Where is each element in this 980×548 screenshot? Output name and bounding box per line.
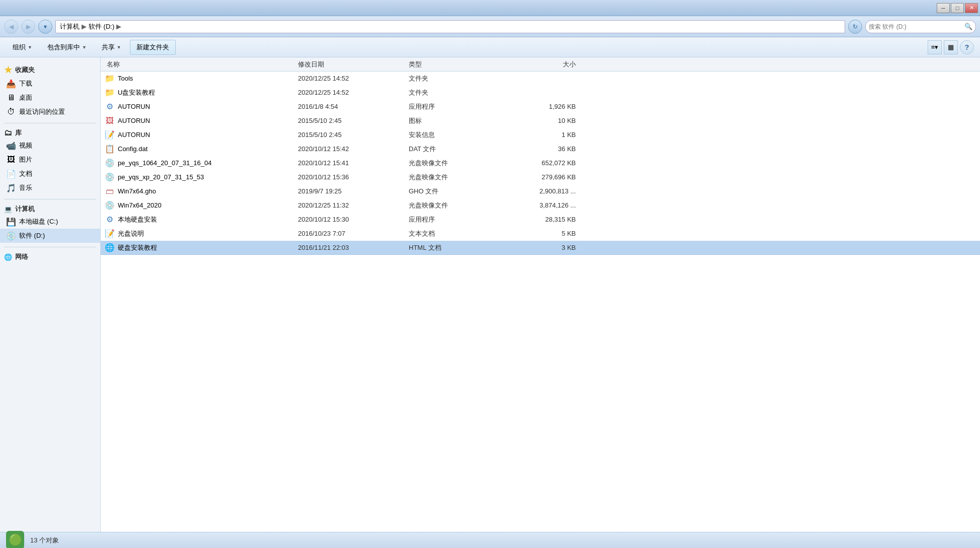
sidebar-item-image[interactable]: 🖼 图片 xyxy=(0,153,100,167)
table-row[interactable]: 🗃 Win7x64.gho 2019/9/7 19:25 GHO 文件 2,90… xyxy=(101,184,980,198)
file-name: pe_yqs_1064_20_07_31_16_04 xyxy=(118,159,212,167)
file-name: pe_yqs_xp_20_07_31_15_53 xyxy=(118,173,204,181)
view-options-button[interactable]: ≡▾ xyxy=(928,40,942,54)
close-button[interactable]: ✕ xyxy=(965,3,978,13)
sidebar-item-disk-d-label: 软件 (D:) xyxy=(19,231,45,240)
computer-icon: 💻 xyxy=(4,206,12,213)
table-row[interactable]: 📁 Tools 2020/12/25 14:52 文件夹 xyxy=(101,72,980,86)
divider-2 xyxy=(4,199,96,199)
table-row[interactable]: ⚙ AUTORUN 2016/1/8 4:54 应用程序 1,926 KB xyxy=(101,100,980,114)
file-name: Config.dat xyxy=(118,145,147,153)
col-header-size[interactable]: 大小 xyxy=(497,60,578,69)
include-arrow: ▼ xyxy=(82,45,87,50)
file-type: 应用程序 xyxy=(407,102,497,111)
computer-header[interactable]: 💻 计算机 xyxy=(0,201,100,215)
table-row[interactable]: 💿 pe_yqs_xp_20_07_31_15_53 2020/10/12 15… xyxy=(101,170,980,184)
sidebar-item-video-label: 视频 xyxy=(19,141,32,150)
file-date: 2020/10/12 15:36 xyxy=(296,173,407,181)
recent-button[interactable]: ▾ xyxy=(38,20,52,34)
table-row[interactable]: 🌐 硬盘安装教程 2016/11/21 22:03 HTML 文档 3 KB xyxy=(101,241,980,255)
file-name: 光盘说明 xyxy=(118,229,144,238)
file-icon: 📝 xyxy=(105,229,115,239)
table-row[interactable]: 📝 AUTORUN 2015/5/10 2:45 安装信息 1 KB xyxy=(101,128,980,142)
file-size: 2,900,813 ... xyxy=(497,187,578,195)
file-date: 2020/10/12 15:30 xyxy=(296,216,407,223)
back-button[interactable]: ◀ xyxy=(4,20,18,34)
breadcrumb-drive[interactable]: 软件 (D:) xyxy=(89,22,114,31)
sidebar-item-desktop[interactable]: 🖥 桌面 xyxy=(0,91,100,105)
file-name-cell: 📁 U盘安装教程 xyxy=(105,88,296,98)
table-row[interactable]: 📋 Config.dat 2020/10/12 15:42 DAT 文件 36 … xyxy=(101,142,980,156)
table-row[interactable]: 📝 光盘说明 2016/10/23 7:07 文本文档 5 KB xyxy=(101,227,980,241)
new-folder-button[interactable]: 新建文件夹 xyxy=(130,40,176,55)
table-row[interactable]: ⚙ 本地硬盘安装 2020/10/12 15:30 应用程序 28,315 KB xyxy=(101,213,980,227)
favorites-icon: ★ xyxy=(4,64,12,76)
sidebar-item-music[interactable]: 🎵 音乐 xyxy=(0,181,100,195)
file-name: 本地硬盘安装 xyxy=(118,215,157,224)
table-row[interactable]: 💿 pe_yqs_1064_20_07_31_16_04 2020/10/12 … xyxy=(101,156,980,170)
breadcrumb-end: ▶ xyxy=(116,23,121,30)
file-type: 文本文档 xyxy=(407,229,497,238)
library-header[interactable]: 🗂 库 xyxy=(0,125,100,139)
minimize-button[interactable]: ─ xyxy=(937,3,950,13)
file-icon: 💿 xyxy=(105,200,115,211)
search-input[interactable] xyxy=(869,23,964,30)
organize-button[interactable]: 组织 ▼ xyxy=(6,40,39,55)
file-icon: 🌐 xyxy=(105,243,115,253)
file-name: Tools xyxy=(118,75,133,82)
breadcrumb[interactable]: 计算机 ▶ 软件 (D:) ▶ xyxy=(55,20,845,33)
file-type: HTML 文档 xyxy=(407,243,497,252)
refresh-button[interactable]: ↻ xyxy=(848,20,862,34)
breadcrumb-sep1: ▶ xyxy=(82,23,87,30)
video-icon: 📹 xyxy=(6,141,16,151)
help-button[interactable]: ? xyxy=(960,40,974,54)
sidebar-item-download[interactable]: 📥 下载 xyxy=(0,77,100,91)
breadcrumb-computer[interactable]: 计算机 xyxy=(60,22,80,31)
search-bar[interactable]: 🔍 xyxy=(865,20,976,33)
maximize-button[interactable]: □ xyxy=(951,3,964,13)
file-date: 2020/12/25 14:52 xyxy=(296,75,407,82)
file-date: 2020/12/25 14:52 xyxy=(296,89,407,96)
divider-3 xyxy=(4,247,96,247)
favorites-header[interactable]: ★ 收藏夹 xyxy=(0,61,100,77)
download-icon: 📥 xyxy=(6,79,16,89)
sidebar-item-music-label: 音乐 xyxy=(19,183,32,192)
sidebar-item-disk-d[interactable]: 💿 软件 (D:) xyxy=(0,229,100,243)
table-row[interactable]: 💿 Win7x64_2020 2020/12/25 11:32 光盘映像文件 3… xyxy=(101,198,980,213)
sidebar-item-recent[interactable]: ⏱ 最近访问的位置 xyxy=(0,105,100,119)
file-icon: 💿 xyxy=(105,158,115,168)
preview-pane-button[interactable]: ▦ xyxy=(944,40,958,54)
col-header-type[interactable]: 类型 xyxy=(407,60,497,69)
file-name-cell: ⚙ AUTORUN xyxy=(105,102,296,112)
file-size: 1,926 KB xyxy=(497,103,578,110)
file-date: 2020/12/25 11:32 xyxy=(296,201,407,209)
file-size: 279,696 KB xyxy=(497,173,578,181)
sidebar-item-download-label: 下载 xyxy=(19,79,32,88)
image-icon: 🖼 xyxy=(6,155,16,165)
table-row[interactable]: 🖼 AUTORUN 2015/5/10 2:45 图标 10 KB xyxy=(101,114,980,128)
file-size: 3 KB xyxy=(497,244,578,251)
sidebar-item-doc[interactable]: 📄 文档 xyxy=(0,167,100,181)
col-header-date[interactable]: 修改日期 xyxy=(296,60,407,69)
file-icon: 📋 xyxy=(105,144,115,154)
include-library-button[interactable]: 包含到库中 ▼ xyxy=(41,40,93,55)
file-icon: 🗃 xyxy=(105,186,115,196)
sidebar-item-recent-label: 最近访问的位置 xyxy=(19,107,65,116)
sidebar-item-video[interactable]: 📹 视频 xyxy=(0,139,100,153)
sidebar-item-image-label: 图片 xyxy=(19,155,32,164)
network-header[interactable]: 🌐 网络 xyxy=(0,249,100,262)
computer-section: 💻 计算机 💾 本地磁盘 (C:) 💿 软件 (D:) xyxy=(0,201,100,243)
toolbar: 组织 ▼ 包含到库中 ▼ 共享 ▼ 新建文件夹 ≡▾ ▦ ? xyxy=(0,37,980,57)
col-header-name[interactable]: 名称 xyxy=(105,60,296,69)
file-date: 2020/10/12 15:42 xyxy=(296,145,407,153)
forward-button[interactable]: ▶ xyxy=(21,20,35,34)
file-name-cell: 🌐 硬盘安装教程 xyxy=(105,243,296,253)
file-size: 1 KB xyxy=(497,131,578,139)
file-icon: 📁 xyxy=(105,88,115,98)
sidebar-item-disk-c[interactable]: 💾 本地磁盘 (C:) xyxy=(0,215,100,229)
table-row[interactable]: 📁 U盘安装教程 2020/12/25 14:52 文件夹 xyxy=(101,86,980,100)
sidebar-item-doc-label: 文档 xyxy=(19,169,32,178)
status-app-icon: 🟢 xyxy=(6,531,24,549)
file-date: 2016/11/21 22:03 xyxy=(296,244,407,251)
share-button[interactable]: 共享 ▼ xyxy=(95,40,128,55)
